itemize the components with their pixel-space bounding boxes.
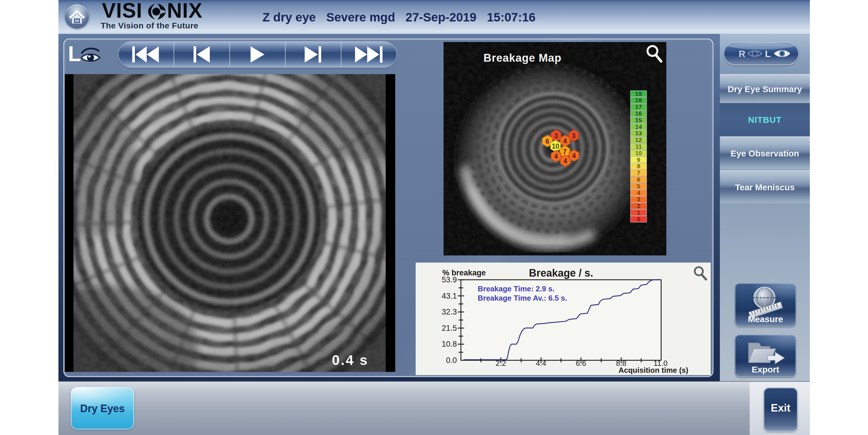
svg-text:12: 12 <box>635 137 642 143</box>
svg-text:6: 6 <box>637 176 640 183</box>
svg-text:6.6: 6.6 <box>576 359 586 368</box>
svg-text:0: 0 <box>637 216 640 223</box>
svg-text:Breakage Time: 2.9 s.: Breakage Time: 2.9 s. <box>478 284 554 293</box>
svg-text:6: 6 <box>546 138 550 145</box>
svg-text:2: 2 <box>637 202 640 209</box>
svg-text:19: 19 <box>635 90 642 97</box>
svg-text:10: 10 <box>635 150 642 156</box>
svg-text:8: 8 <box>637 163 640 169</box>
svg-text:4: 4 <box>563 137 567 145</box>
svg-text:R: R <box>739 49 745 59</box>
svg-text:43.1: 43.1 <box>441 292 457 300</box>
svg-text:9: 9 <box>637 156 640 163</box>
svg-text:NIX: NIX <box>167 1 203 20</box>
svg-text:VISI: VISI <box>102 1 142 20</box>
svg-text:3: 3 <box>637 196 640 202</box>
svg-text:13: 13 <box>635 130 642 137</box>
svg-text:14: 14 <box>635 123 642 130</box>
svg-text:1: 1 <box>637 209 640 216</box>
svg-text:4.4: 4.4 <box>536 359 546 368</box>
svg-text:11: 11 <box>636 143 642 150</box>
svg-text:32.3: 32.3 <box>441 308 457 316</box>
svg-text:10: 10 <box>552 143 559 150</box>
svg-text:Breakage Time Av.: 6.5 s.: Breakage Time Av.: 6.5 s. <box>478 294 567 302</box>
svg-text:3: 3 <box>572 132 576 140</box>
svg-text:4: 4 <box>572 152 576 160</box>
svg-text:17: 17 <box>635 104 642 110</box>
svg-text:5: 5 <box>637 183 640 190</box>
svg-text:3: 3 <box>554 132 558 140</box>
svg-text:7: 7 <box>563 148 567 155</box>
svg-text:4: 4 <box>554 153 558 160</box>
svg-text:18: 18 <box>635 97 642 104</box>
svg-text:7: 7 <box>637 169 640 176</box>
svg-text:0.0: 0.0 <box>446 356 457 365</box>
svg-text:10.8: 10.8 <box>441 340 457 348</box>
svg-text:16: 16 <box>635 110 642 117</box>
svg-text:21.5: 21.5 <box>441 324 457 332</box>
svg-text:15: 15 <box>635 117 642 123</box>
svg-text:Breakage / s.: Breakage / s. <box>529 267 593 279</box>
svg-text:2.2: 2.2 <box>496 359 506 368</box>
svg-text:Acquisition time (s): Acquisition time (s) <box>619 366 688 374</box>
svg-text:4: 4 <box>564 157 567 165</box>
svg-text:L: L <box>765 49 771 59</box>
svg-text:4: 4 <box>637 190 640 196</box>
svg-text:53.9: 53.9 <box>441 276 457 284</box>
